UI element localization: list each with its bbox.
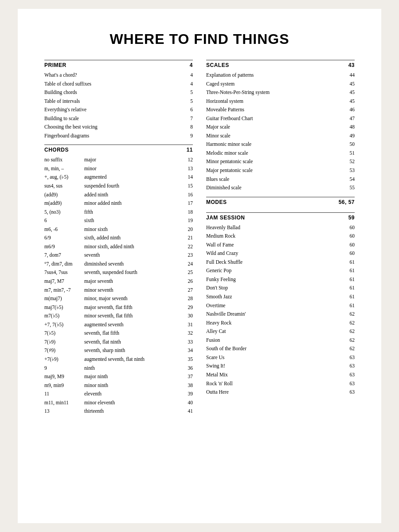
- list-item: Everything's relative6: [44, 106, 193, 114]
- list-item: m(maj7)minor, major seventh28: [44, 294, 193, 303]
- chords-page: 11: [187, 147, 193, 153]
- list-item: Medium Rock60: [206, 232, 355, 241]
- list-item: Scare Us63: [206, 353, 355, 362]
- list-item: m7(♭5)minor seventh, flat fifth30: [44, 312, 193, 321]
- list-item: Building chords5: [44, 88, 193, 97]
- list-item: Table of chord suffixes4: [44, 80, 193, 89]
- list-item: m7, min7, -7minor seventh27: [44, 286, 193, 295]
- scales-section-header: SCALES 43: [206, 60, 355, 68]
- list-item: Heavenly Ballad60: [206, 223, 355, 232]
- list-item: °7, dim7, dimdiminished seventh24: [44, 260, 193, 269]
- list-item: 7, dom7seventh23: [44, 251, 193, 260]
- jam-page: 59: [348, 215, 355, 221]
- jam-label: JAM SESSION: [206, 215, 245, 221]
- jam-session-items: Heavenly Ballad60 Medium Rock60 Wall of …: [206, 223, 355, 397]
- list-item: Metal Mix63: [206, 371, 355, 379]
- list-item: m11, min11minor eleventh40: [44, 399, 193, 407]
- list-item: 7(♭5)seventh, flat fifth32: [44, 329, 193, 338]
- primer-items: What's a chord?4 Table of chord suffixes…: [44, 71, 193, 140]
- list-item: Three-Notes-Per-String system45: [206, 88, 355, 97]
- list-item: (add9)added ninth16: [44, 191, 193, 200]
- list-item: Table of intervals5: [44, 97, 193, 106]
- list-item: Full Deck Shuffle61: [206, 258, 355, 267]
- two-columns: PRIMER 4 What's a chord?4 Table of chord…: [44, 60, 355, 416]
- list-item: +7, 7(♭5)augmented seventh31: [44, 321, 193, 329]
- list-item: Fingerboard diagrams9: [44, 132, 193, 141]
- jam-session-section-header: JAM SESSION 59: [206, 212, 355, 221]
- list-item: Wall of Fame60: [206, 241, 355, 250]
- list-item: Building to scale7: [44, 114, 193, 123]
- list-item: Heavy Rock62: [206, 319, 355, 328]
- primer-section-header: PRIMER 4: [44, 60, 193, 68]
- list-item: 13thirteenth41: [44, 407, 193, 416]
- list-item: Outta Here63: [206, 388, 355, 397]
- list-item: Wild and Crazy60: [206, 249, 355, 258]
- list-item: 5, (no3)fifth18: [44, 208, 193, 217]
- list-item: Don't Stop61: [206, 284, 355, 293]
- list-item: Overtime61: [206, 301, 355, 310]
- list-item: Nashville Dreamin'62: [206, 310, 355, 319]
- list-item: maj7(♭5)major seventh, flat fifth29: [44, 303, 193, 312]
- list-item: no suffixmajor12: [44, 156, 193, 164]
- list-item: Generic Pop61: [206, 266, 355, 275]
- list-item: Fusion62: [206, 336, 355, 345]
- list-item: m9, min9minor ninth38: [44, 381, 193, 390]
- list-item: 9ninth36: [44, 364, 193, 373]
- modes-label: MODES: [206, 199, 227, 205]
- list-item: Moveable Patterns46: [206, 106, 355, 114]
- list-item: Rock 'n' Roll63: [206, 379, 355, 388]
- page-title: WHERE TO FIND THINGS: [44, 31, 355, 47]
- list-item: Swing It!63: [206, 362, 355, 371]
- list-item: Minor pentatonic scale52: [206, 157, 355, 166]
- chords-label: CHORDS: [44, 147, 69, 153]
- chords-section-header: CHORDS 11: [44, 145, 193, 153]
- list-item: Major scale48: [206, 123, 355, 132]
- scales-page: 43: [348, 62, 355, 68]
- modes-page: 56, 57: [339, 199, 355, 205]
- list-item: What's a chord?4: [44, 71, 193, 80]
- list-item: m, min, –minor13: [44, 164, 193, 173]
- list-item: Diminished scale55: [206, 184, 355, 192]
- list-item: maj7, M7major seventh26: [44, 277, 193, 286]
- left-column: PRIMER 4 What's a chord?4 Table of chord…: [44, 60, 193, 416]
- list-item: Explanation of patterns44: [206, 71, 355, 80]
- list-item: Funky Feeling61: [206, 275, 355, 284]
- scales-items: Explanation of patterns44 Caged system45…: [206, 71, 355, 192]
- chords-items: no suffixmajor12 m, min, –minor13 +, aug…: [44, 156, 193, 415]
- list-item: m6/9minor sixth, added ninth22: [44, 243, 193, 251]
- modes-section-header: MODES 56, 57: [206, 197, 355, 205]
- list-item: m6, -6minor sixth20: [44, 225, 193, 234]
- list-item: Horizontal system45: [206, 97, 355, 106]
- list-item: Blues scale54: [206, 175, 355, 184]
- right-column: SCALES 43 Explanation of patterns44 Cage…: [206, 60, 355, 416]
- page: WHERE TO FIND THINGS PRIMER 4 What's a c…: [18, 9, 381, 523]
- list-item: sus4, sussuspended fourth15: [44, 182, 193, 191]
- list-item: Melodic minor scale51: [206, 149, 355, 158]
- primer-label: PRIMER: [44, 62, 66, 68]
- list-item: +, aug, (♭5)augmented14: [44, 173, 193, 182]
- list-item: m(add9)minor added ninth17: [44, 199, 193, 208]
- scales-label: SCALES: [206, 62, 229, 68]
- list-item: 6sixth19: [44, 216, 193, 225]
- list-item: Harmonic minor scale50: [206, 140, 355, 149]
- list-item: 7(♭9)seventh, flat ninth33: [44, 338, 193, 347]
- list-item: Caged system45: [206, 80, 355, 89]
- list-item: Guitar Fretboard Chart47: [206, 114, 355, 123]
- list-item: Choosing the best voicing8: [44, 123, 193, 132]
- list-item: Major pentatonic scale53: [206, 166, 355, 175]
- list-item: +7(♭9)augmented seventh, flat ninth35: [44, 355, 193, 364]
- list-item: 11eleventh39: [44, 390, 193, 399]
- list-item: South of the Border62: [206, 344, 355, 353]
- list-item: Alley Cat62: [206, 327, 355, 336]
- list-item: 7(♯9)seventh, sharp ninth34: [44, 346, 193, 355]
- primer-page: 4: [190, 62, 193, 68]
- list-item: 7sus4, 7susseventh, suspended fourth25: [44, 268, 193, 277]
- list-item: Minor scale49: [206, 132, 355, 141]
- list-item: 6/9sixth, added ninth21: [44, 234, 193, 243]
- list-item: maj9, M9major ninth37: [44, 372, 193, 381]
- list-item: Smooth Jazz61: [206, 293, 355, 301]
